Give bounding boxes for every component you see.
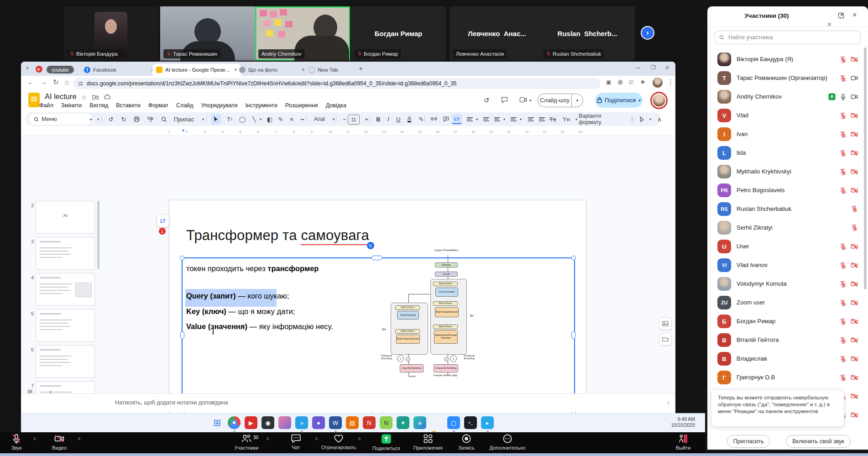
taskbar-word-icon[interactable]: W	[329, 416, 342, 429]
taskbar-edge-icon[interactable]: e	[413, 416, 426, 429]
toolbar-overflow-icon[interactable]: ⋮	[627, 112, 637, 126]
taskbar-notepad-icon[interactable]: N	[380, 416, 392, 429]
move-folder-icon[interactable]	[92, 94, 99, 101]
participant-row[interactable]: RSRuslan Shcherbatiuk	[707, 200, 864, 219]
slide-title[interactable]: Трансформер та самоувага	[186, 227, 369, 244]
text-color-button[interactable]: A	[404, 112, 414, 126]
zoom-toolbar-Участники[interactable]: Участники	[227, 434, 266, 451]
slide-thumbnail-4[interactable]	[36, 273, 95, 306]
handle-top-right[interactable]	[571, 256, 576, 260]
menu-Інструменти[interactable]: Інструменти	[245, 102, 277, 109]
participant-row[interactable]: VIVlad Ivanov	[707, 256, 864, 275]
document-title[interactable]: AI lecture	[45, 92, 77, 101]
youtube-pinned-tab-icon[interactable]: ▶	[36, 66, 42, 73]
taskbar-telegram-icon[interactable]: ▸	[481, 416, 494, 429]
site-settings-icon[interactable]	[78, 81, 83, 86]
speaker-notes-bar[interactable]: Натисніть, щоб додати нотатки доповідача	[21, 393, 675, 412]
print-icon[interactable]	[131, 112, 141, 126]
menu-Файл[interactable]: Файл	[39, 102, 53, 109]
participant-row[interactable]: ББогдан Римар	[707, 312, 864, 331]
slide-thumbnail-5[interactable]	[36, 309, 95, 342]
participant-row[interactable]: PBPetro Bogoslavets	[707, 181, 864, 200]
popout-panel-icon[interactable]	[838, 12, 844, 20]
participant-row[interactable]: Вікторія Бандура (Я)	[707, 50, 864, 69]
languagetool-widget[interactable]: LT	[157, 215, 169, 227]
new-tab-button[interactable]: +	[359, 64, 363, 72]
toolbar-caret-icon[interactable]: ∧	[315, 436, 318, 441]
menu-Вигляд[interactable]: Вигляд	[89, 102, 108, 109]
slideshow-dropdown-button[interactable]: ▾	[571, 94, 583, 107]
home-icon[interactable]: ⌂	[65, 78, 69, 86]
participant-row[interactable]: ГГригорчук О.В	[707, 368, 864, 387]
browser-tab[interactable]: New Tab	[305, 64, 358, 76]
redo-icon[interactable]: ↻	[119, 112, 129, 126]
camera-icon[interactable]: ⎚	[629, 79, 633, 85]
zoom-icon[interactable]	[159, 112, 169, 126]
zoom-toolbar-Чат[interactable]: Чат	[276, 434, 315, 450]
slide-body-line[interactable]: токен проходить через трансформер	[186, 264, 319, 273]
video-tile[interactable]: Вікторія Бандура	[63, 6, 158, 61]
increase-indent-button[interactable]	[537, 112, 547, 126]
toolbar-caret-icon[interactable]: ∧	[266, 436, 269, 441]
font-family-select[interactable]: Arial	[311, 112, 328, 126]
undo-icon[interactable]: ↺	[106, 112, 116, 126]
taskbar-terminal-icon[interactable]: >_	[464, 416, 477, 429]
video-tile[interactable]: Andriy Chernikov	[255, 6, 350, 61]
tab-search-chevron-icon[interactable]: ∨	[26, 65, 29, 71]
participant-row[interactable]: TТарас Романишин (Организатор)	[707, 69, 864, 88]
taskbar-app-icon[interactable]: N	[363, 416, 376, 429]
video-tile[interactable]: Богдан РимарБогдан Римар	[351, 6, 446, 61]
share-button[interactable]: Поділитися ▾	[595, 93, 643, 108]
menus-search-button[interactable]: Меню	[29, 114, 92, 125]
menu-Розширення[interactable]: Розширення	[285, 102, 318, 109]
comments-icon[interactable]	[501, 97, 508, 105]
image-search-side-button[interactable]	[659, 317, 672, 330]
window-maximize-button[interactable]: ❐	[651, 64, 656, 71]
underline-button[interactable]: U	[393, 112, 403, 126]
participant-row[interactable]: Serhii Zikratyi	[707, 219, 864, 237]
menu-Довідка[interactable]: Довідка	[326, 102, 346, 109]
tab-group-chip[interactable]: youtube	[47, 66, 74, 73]
align-dropdown-icon[interactable]: ▾	[472, 112, 482, 126]
slide-thumbnail-6[interactable]	[36, 345, 95, 378]
slide-body-line[interactable]: Value (значення) — яку інформацію несу.	[186, 322, 333, 331]
meet-camera-icon[interactable]	[519, 97, 527, 104]
slide-thumbnail-2[interactable]: AI	[36, 201, 95, 234]
border-dash-tool[interactable]: ╍	[298, 112, 308, 126]
filmstrip-scrollbar[interactable]	[97, 201, 99, 269]
taskbar-clock[interactable]: 9:49 AM 10/10/2025	[671, 416, 695, 428]
languagetool-toolbar-button[interactable]: LT	[452, 114, 462, 124]
participant-row[interactable]: ВВіталій Гейтота	[707, 331, 864, 350]
next-participants-arrow-button[interactable]: ›	[642, 27, 654, 39]
extensions-puzzle-icon[interactable]: ❖	[640, 79, 645, 85]
border-weight-tool[interactable]: ≡	[287, 112, 297, 126]
participant-row[interactable]: IIvan	[707, 125, 864, 144]
browser-tab[interactable]: AI lecture - Google Презентації×	[152, 64, 241, 76]
handle-top-left[interactable]	[180, 256, 184, 260]
unmute-button[interactable]: Включить свой звук	[786, 435, 851, 448]
zoom-toolbar-Дополнительно[interactable]: Дополнительно	[488, 434, 527, 451]
menu-Вставити[interactable]: Вставити	[116, 102, 140, 109]
video-tile[interactable]: Тарас Романишин	[160, 6, 255, 61]
taskbar-obs-icon[interactable]: ◉	[261, 416, 274, 429]
toast-close-icon[interactable]: ✕	[827, 21, 832, 28]
format-options-button[interactable]: Варіанти формату	[579, 112, 624, 126]
decrease-indent-button[interactable]	[526, 112, 536, 126]
invite-button[interactable]: Пригласить	[727, 435, 770, 448]
bold-button[interactable]: B	[373, 112, 383, 126]
fit-zoom-select[interactable]: Припас	[171, 112, 197, 126]
taskbar-app-icon[interactable]: ✦	[397, 416, 409, 429]
toolbar-caret-icon[interactable]: ∧	[33, 436, 36, 441]
slide-thumbnail-3[interactable]	[36, 237, 95, 270]
taskbar-zoom-icon[interactable]: ▢	[447, 416, 460, 429]
browser-profile-avatar[interactable]	[653, 78, 663, 88]
insert-link-icon[interactable]	[429, 112, 439, 126]
participant-row[interactable]: UUser	[707, 237, 864, 256]
forward-icon[interactable]: →	[40, 78, 47, 86]
translate-extension-button[interactable]: Yн	[560, 112, 572, 126]
close-panel-icon[interactable]: ×	[852, 11, 857, 19]
video-tile[interactable]: Ruslan Shcherb...Ruslan Shcherbatiuk	[540, 6, 635, 61]
participant-search-box[interactable]	[715, 31, 861, 44]
border-color-tool[interactable]: ✎	[276, 112, 286, 126]
zoom-toolbar-Поделиться[interactable]: Поделиться	[366, 434, 406, 451]
